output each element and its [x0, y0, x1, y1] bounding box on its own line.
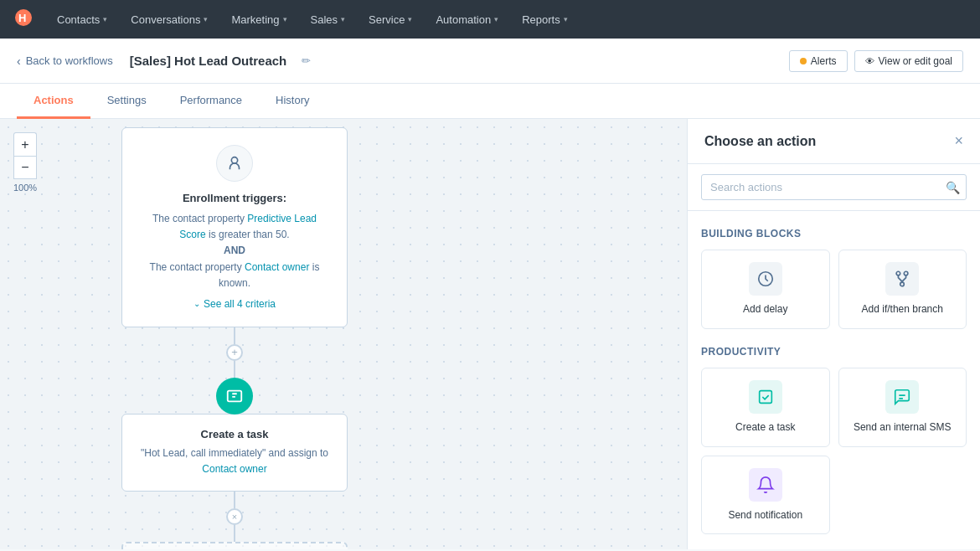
svg-point-5	[896, 271, 900, 276]
nav-sales[interactable]: Sales ▾	[301, 0, 356, 39]
action-contact-owner-link[interactable]: Contact owner	[202, 463, 266, 475]
productivity-title: Productivity	[701, 346, 967, 358]
main-layout: + − 100% Enrollment triggers: The contac…	[0, 119, 980, 549]
zoom-in-button[interactable]: +	[13, 132, 37, 156]
add-delay-card[interactable]: Add delay	[701, 250, 830, 329]
connector-1: +	[226, 327, 243, 378]
contacts-arrow-icon: ▾	[103, 15, 107, 23]
new-action-node[interactable]: New action	[121, 542, 348, 549]
sub-bar: ‹ Back to workflows [Sales] Hot Lead Out…	[0, 39, 980, 84]
send-sms-label: Send an internal SMS	[854, 420, 952, 435]
search-button[interactable]: 🔍	[946, 181, 960, 194]
panel-scroll[interactable]: Building blocks Add delay Add if/	[688, 211, 980, 549]
contact-owner-link[interactable]: Contact owner	[245, 261, 309, 273]
reports-arrow-icon: ▾	[564, 15, 568, 23]
productivity-cards: Create a task Send an internal SMS Send …	[701, 368, 967, 535]
workflow-container: Enrollment triggers: The contact propert…	[121, 127, 348, 549]
trigger-node[interactable]: Enrollment triggers: The contact propert…	[121, 127, 348, 327]
add-between-button-1[interactable]: +	[226, 344, 243, 361]
back-arrow-icon: ‹	[17, 54, 21, 68]
trigger-description: The contact property Predictive Lead Sco…	[139, 211, 330, 291]
nav-marketing[interactable]: Marketing ▾	[221, 0, 297, 39]
sales-arrow-icon: ▾	[341, 15, 345, 23]
create-task-label: Create a task	[735, 420, 795, 435]
nav-conversations[interactable]: Conversations ▾	[121, 0, 218, 39]
action-title: Create a task	[139, 428, 330, 440]
building-blocks-cards: Add delay Add if/then branch	[701, 250, 967, 329]
connector-2: ×	[226, 492, 243, 542]
add-if-then-card[interactable]: Add if/then branch	[838, 250, 967, 329]
see-all-criteria-button[interactable]: ⌄ See all 4 criteria	[193, 298, 276, 310]
action-description: "Hot Lead, call immediately" and assign …	[139, 445, 330, 477]
sms-icon-wrap	[885, 380, 919, 414]
status-dot-icon	[800, 58, 807, 64]
workflow-canvas[interactable]: + − 100% Enrollment triggers: The contac…	[0, 119, 687, 549]
action-node[interactable]: Create a task "Hot Lead, call immediatel…	[121, 414, 348, 492]
service-arrow-icon: ▾	[408, 15, 412, 23]
action-icon-circle	[216, 378, 253, 415]
panel-header: Choose an action ×	[688, 119, 980, 164]
logo: H	[13, 8, 34, 32]
create-task-card[interactable]: Create a task	[701, 368, 830, 447]
remove-connector-button[interactable]: ×	[226, 508, 243, 525]
side-panel: Choose an action × 🔍 Building blocks Add…	[687, 119, 980, 549]
add-if-then-label: Add if/then branch	[862, 302, 943, 317]
tab-history[interactable]: History	[259, 84, 326, 119]
zoom-level: 100%	[13, 183, 37, 193]
svg-point-6	[905, 271, 909, 276]
search-input[interactable]	[701, 174, 967, 200]
panel-title: Choose an action	[704, 134, 816, 149]
trigger-label: Enrollment triggers:	[139, 192, 330, 204]
bell-icon-wrap	[749, 468, 782, 502]
nav-reports[interactable]: Reports ▾	[512, 0, 578, 39]
send-notification-card[interactable]: Send notification	[701, 456, 830, 535]
zoom-controls: + − 100%	[13, 132, 37, 193]
nav-contacts[interactable]: Contacts ▾	[47, 0, 117, 39]
top-navigation: H Contacts ▾ Conversations ▾ Marketing ▾…	[0, 0, 980, 39]
tab-bar: Actions Settings Performance History	[0, 84, 980, 119]
svg-rect-8	[759, 390, 771, 403]
alerts-button[interactable]: Alerts	[789, 50, 848, 72]
add-delay-label: Add delay	[743, 302, 787, 317]
svg-text:H: H	[18, 12, 26, 24]
automation-arrow-icon: ▾	[494, 15, 498, 23]
zoom-out-button[interactable]: −	[13, 156, 37, 179]
branch-icon-wrap	[885, 262, 919, 296]
close-panel-button[interactable]: ×	[954, 132, 963, 150]
nav-automation[interactable]: Automation ▾	[426, 0, 508, 39]
view-edit-goal-button[interactable]: 👁 View or edit goal	[854, 50, 964, 72]
nav-service[interactable]: Service ▾	[358, 0, 422, 39]
task-icon-wrap	[749, 380, 782, 414]
action-node-wrap: Create a task "Hot Lead, call immediatel…	[121, 378, 348, 492]
send-sms-card[interactable]: Send an internal SMS	[838, 368, 967, 447]
chevron-down-icon: ⌄	[193, 299, 200, 308]
search-wrap: 🔍	[688, 164, 980, 211]
tab-actions[interactable]: Actions	[17, 84, 90, 119]
send-notification-label: Send notification	[728, 508, 802, 523]
svg-point-7	[900, 282, 905, 286]
tab-settings[interactable]: Settings	[90, 84, 163, 119]
eye-icon: 👁	[865, 56, 874, 66]
building-blocks-title: Building blocks	[701, 228, 967, 239]
svg-point-2	[231, 157, 237, 163]
workflow-title: [Sales] Hot Lead Outreach	[130, 54, 287, 68]
marketing-arrow-icon: ▾	[283, 15, 287, 23]
trigger-icon-wrap	[216, 145, 253, 182]
delay-icon-wrap	[749, 262, 782, 296]
edit-pencil-icon[interactable]: ✏	[302, 54, 311, 67]
conversations-arrow-icon: ▾	[204, 15, 208, 23]
tab-performance[interactable]: Performance	[163, 84, 259, 119]
back-to-workflows-button[interactable]: ‹ Back to workflows	[17, 54, 113, 68]
